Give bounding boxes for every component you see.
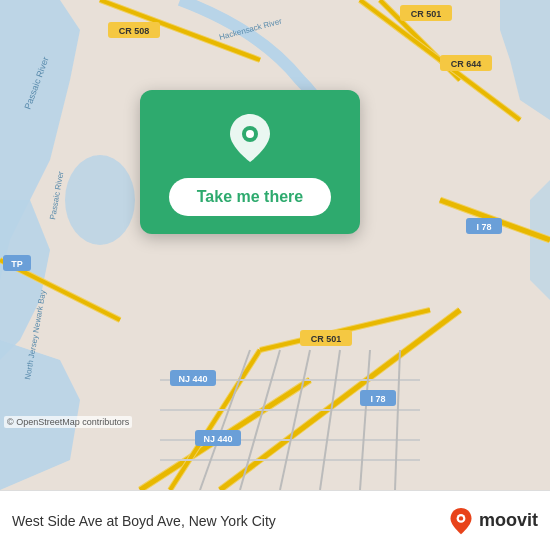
svg-text:CR 501: CR 501 — [311, 334, 342, 344]
osm-attribution: © OpenStreetMap contributors — [4, 416, 132, 428]
svg-text:I 78: I 78 — [476, 222, 491, 232]
location-name-label: West Side Ave at Boyd Ave, New York City — [12, 513, 447, 529]
location-card: Take me there — [140, 90, 360, 234]
svg-text:CR 508: CR 508 — [119, 26, 150, 36]
take-me-there-button[interactable]: Take me there — [169, 178, 331, 216]
svg-text:CR 501: CR 501 — [411, 9, 442, 19]
svg-point-58 — [246, 130, 254, 138]
moovit-logo: moovit — [447, 507, 538, 535]
svg-text:TP: TP — [11, 259, 23, 269]
svg-text:CR 644: CR 644 — [451, 59, 482, 69]
svg-text:NJ 440: NJ 440 — [178, 374, 207, 384]
moovit-pin-icon — [447, 507, 475, 535]
svg-point-60 — [459, 516, 463, 520]
svg-text:NJ 440: NJ 440 — [203, 434, 232, 444]
moovit-brand-label: moovit — [479, 510, 538, 531]
svg-point-4 — [65, 155, 135, 245]
svg-text:I 78: I 78 — [370, 394, 385, 404]
location-pin-icon — [224, 112, 276, 164]
map-view[interactable]: CR 508 CR 501 CR 644 I 78 I 78 CR 501 NJ… — [0, 0, 550, 490]
bottom-bar: West Side Ave at Boyd Ave, New York City… — [0, 490, 550, 550]
